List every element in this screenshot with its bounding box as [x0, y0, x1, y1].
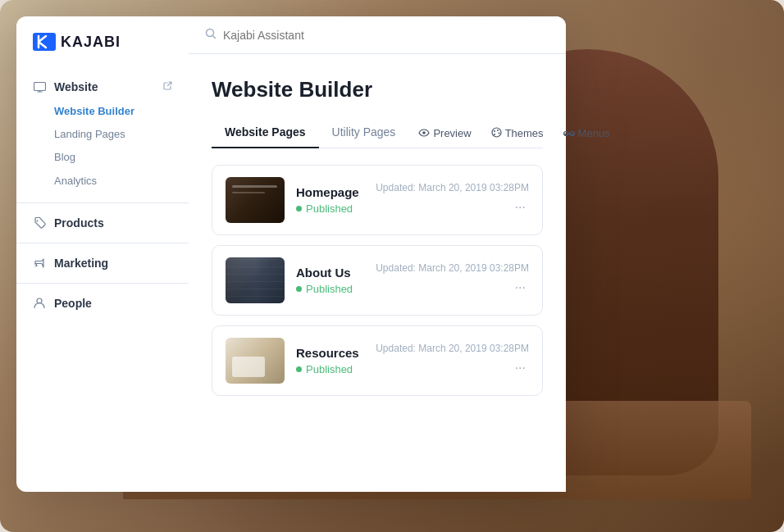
website-sub-items: Website Builder Landing Pages Blog Analy… — [16, 100, 189, 193]
divider-1 — [16, 202, 189, 203]
megaphone-icon — [33, 257, 46, 270]
svg-rect-0 — [33, 33, 56, 51]
monitor-icon — [33, 80, 46, 93]
themes-label: Themes — [505, 127, 544, 139]
tag-icon — [33, 216, 46, 230]
tab-website-pages[interactable]: Website Pages — [212, 119, 319, 148]
sidebar-item-landing-pages[interactable]: Landing Pages — [54, 123, 189, 146]
svg-point-6 — [492, 128, 501, 137]
external-link-icon — [163, 81, 172, 93]
sidebar-item-marketing[interactable]: Marketing — [16, 250, 189, 276]
logo: KAJABI — [16, 33, 189, 70]
thumbnail-aboutus — [226, 257, 285, 303]
app-window: KAJABI Website — [16, 16, 566, 492]
link-icon — [563, 127, 575, 139]
products-label: Products — [54, 216, 104, 230]
card-right-homepage: Updated: March 20, 2019 03:28PM ··· — [376, 182, 529, 218]
page-name-homepage: Homepage — [296, 185, 364, 199]
website-label: Website — [54, 80, 98, 93]
page-card-homepage[interactable]: Homepage Published Updated: March 20, 20… — [212, 165, 543, 235]
divider-3 — [16, 283, 189, 284]
status-label-homepage: Published — [306, 202, 353, 215]
card-menu-homepage[interactable]: ··· — [512, 197, 529, 218]
status-dot-aboutus — [296, 286, 302, 292]
kajabi-logo-icon — [33, 33, 56, 51]
status-label-aboutus: Published — [306, 283, 353, 295]
status-homepage: Published — [296, 202, 364, 215]
status-dot-homepage — [296, 206, 302, 211]
sidebar-item-blog[interactable]: Blog — [54, 146, 189, 169]
search-input[interactable] — [223, 29, 549, 42]
sidebar: KAJABI Website — [16, 16, 189, 492]
svg-point-2 — [36, 221, 38, 222]
card-menu-aboutus[interactable]: ··· — [512, 277, 529, 298]
card-info-homepage: Homepage Published — [296, 185, 364, 215]
person-icon — [33, 297, 46, 310]
eye-icon — [418, 127, 430, 139]
main-panel: Website Builder Website Pages Utility Pa… — [189, 16, 566, 492]
updated-resources: Updated: March 20, 2019 03:28PM — [376, 343, 529, 354]
status-label-resources: Published — [306, 363, 353, 375]
page-title: Website Builder — [212, 77, 543, 102]
people-label: People — [54, 297, 92, 310]
card-menu-resources[interactable]: ··· — [512, 357, 529, 379]
search-bar — [189, 16, 566, 54]
content-area: Website Builder Website Pages Utility Pa… — [189, 54, 566, 492]
thumbnail-resources — [226, 338, 285, 384]
svg-point-9 — [498, 132, 499, 134]
svg-point-8 — [497, 130, 499, 131]
menus-action[interactable]: Menus — [554, 122, 620, 144]
marketing-label: Marketing — [54, 257, 108, 270]
status-aboutus: Published — [296, 283, 364, 295]
card-info-resources: Resources Published — [296, 346, 364, 375]
website-section: Website Website Builder Landing Pages Bl… — [16, 70, 189, 196]
card-info-aboutus: About Us Published — [296, 266, 364, 295]
menus-label: Menus — [578, 127, 610, 139]
svg-point-10 — [494, 134, 495, 135]
preview-label: Preview — [433, 127, 471, 139]
tabs-bar: Website Pages Utility Pages Preview — [212, 119, 543, 148]
divider-2 — [16, 243, 189, 243]
preview-action[interactable]: Preview — [408, 122, 481, 144]
svg-point-5 — [423, 131, 426, 134]
palette-icon — [491, 127, 502, 140]
sidebar-item-website-builder[interactable]: Website Builder — [54, 100, 189, 123]
sidebar-item-website[interactable]: Website — [16, 74, 189, 100]
updated-aboutus: Updated: March 20, 2019 03:28PM — [376, 262, 529, 274]
logo-text: KAJABI — [61, 34, 121, 51]
themes-action[interactable]: Themes — [481, 122, 554, 145]
status-resources: Published — [296, 363, 364, 375]
tab-utility-pages[interactable]: Utility Pages — [319, 119, 409, 148]
card-right-aboutus: Updated: March 20, 2019 03:28PM ··· — [376, 262, 529, 298]
svg-rect-1 — [34, 82, 45, 90]
page-name-aboutus: About Us — [296, 266, 364, 280]
updated-homepage: Updated: March 20, 2019 03:28PM — [376, 182, 529, 193]
search-icon — [205, 28, 217, 42]
sidebar-item-people[interactable]: People — [16, 290, 189, 316]
page-name-resources: Resources — [296, 346, 364, 360]
page-card-aboutus[interactable]: About Us Published Updated: March 20, 20… — [212, 245, 543, 316]
svg-point-7 — [494, 130, 495, 132]
page-card-resources[interactable]: Resources Published Updated: March 20, 2… — [212, 325, 543, 396]
status-dot-resources — [296, 366, 302, 372]
thumbnail-homepage — [226, 177, 285, 223]
sidebar-item-analytics[interactable]: Analytics — [54, 170, 189, 193]
sidebar-item-products[interactable]: Products — [16, 210, 189, 236]
card-right-resources: Updated: March 20, 2019 03:28PM ··· — [376, 343, 529, 379]
